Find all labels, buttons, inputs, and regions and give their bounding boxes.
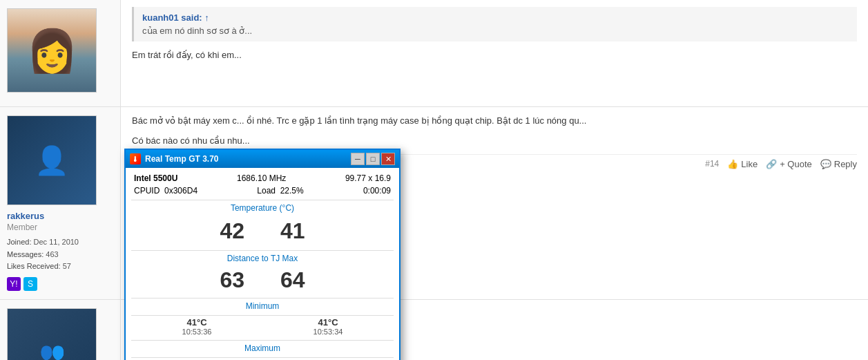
avatar-2: 👤 [7,115,97,205]
cpu-usage: 99.77 x 16.9 [345,173,391,183]
load-label: Load [257,186,276,196]
skype-icon: S [23,277,37,291]
reply-button[interactable]: 💬 Reply [820,159,857,169]
temp-value-2: 41 [269,217,316,245]
time-val: 0:00:09 [363,186,391,196]
load-info: Load 22.5% [257,186,303,196]
like-button[interactable]: 👍 Like [727,159,758,169]
minimize-button[interactable]: ─ [351,153,365,165]
min-val-2: 41°C [262,317,394,328]
dist-grid: 63 64 [131,265,394,295]
user-meta-2: Joined: Dec 11, 2010 Messages: 463 Likes… [7,236,79,273]
window-title: Real Temp GT 3.70 [145,154,218,164]
post-row-2: 👤 rakkerus Member Joined: Dec 11, 2010 M… [0,107,868,300]
quote-label: + Quote [780,159,812,169]
messages-val: 463 [46,250,58,258]
post-num-2: #14 [705,159,719,169]
quote-author-1: kuanh01 said: ↑ [142,12,849,23]
post-content-1: kuanh01 said: ↑ của em nó dinh sơ sơ à ở… [121,0,868,106]
min-val-1: 41°C [131,317,262,328]
maximize-button[interactable]: □ [366,153,380,165]
avatar-1 [7,8,97,93]
min-section-header: Minimum [131,298,394,312]
sidebar-2: 👤 rakkerus Member Joined: Dec 11, 2010 M… [0,107,121,299]
min-section: 41°C 10:53:36 41°C 10:53:34 [131,315,394,337]
min-col-1: 41°C 10:53:36 [131,316,262,337]
window-frame: 🌡 Real Temp GT 3.70 ─ □ ✕ Intel 5500U 16… [124,149,401,360]
max-section: 53°C 10:53:30 55°C 10:53:30 [131,357,394,360]
reply-icon: 💬 [820,159,831,169]
min-col-2: 41°C 10:53:34 [262,316,394,337]
username-2: rakkerus [7,211,44,221]
likes-val: 57 [63,262,71,270]
cpu-meta-row: CPUID 0x306D4 Load 22.5% 0:00:09 [131,184,394,197]
min-time-2: 10:53:34 [262,328,394,336]
min-time-1: 10:53:36 [131,328,262,336]
realtemp-window: 🌡 Real Temp GT 3.70 ─ □ ✕ Intel 5500U 16… [124,149,401,360]
post-text-2a: Bác mở vỏ bật máy xem c... ồi nhé. Trc e… [132,114,857,129]
post-text-1: Em trát rồi đấy, có khi em... [132,48,857,63]
reply-label: Reply [834,159,857,169]
load-val: 22.5% [280,186,304,196]
yahoo-icon: Y! [7,277,21,291]
user-icons-2: Y! S [7,277,37,291]
window-controls: ─ □ ✕ [351,153,395,165]
thumbs-up-icon: 👍 [727,159,738,169]
app-icon: 🌡 [130,153,141,164]
dist-value-2: 64 [269,266,316,294]
joined-label: Joined: [7,238,31,246]
avatar-3: 👥 [7,308,97,360]
likes-label: Likes Received: [7,262,61,270]
temp-value-1: 42 [209,217,255,245]
window-titlebar: 🌡 Real Temp GT 3.70 ─ □ ✕ [126,150,399,168]
post-actions-2: #14 👍 Like 🔗 + Quote 💬 Reply [705,159,857,169]
dist-value-1: 63 [209,266,255,294]
joined-val: Dec 11, 2010 [34,238,79,246]
close-button[interactable]: ✕ [381,153,395,165]
temp-section-header: Temperature (°C) [131,200,394,214]
quote-box-1: kuanh01 said: ↑ của em nó dinh sơ sơ à ở… [132,7,857,41]
quote-icon: 🔗 [766,159,777,169]
quote-content-1: của em nó dinh sơ sơ à ở... [142,26,849,36]
cpuid-val: 0x306D4 [164,186,197,196]
temp-grid: 42 41 [131,214,394,247]
window-body: Intel 5500U 1686.10 MHz 99.77 x 16.9 CPU… [126,168,399,360]
cpu-name: Intel 5500U [134,173,177,183]
user-role-2: Member [7,222,37,232]
cpuid-info: CPUID 0x306D4 [134,186,197,196]
window-title-left: 🌡 Real Temp GT 3.70 [130,153,218,164]
max-section-header: Maximum [131,340,394,354]
messages-label: Messages: [7,250,44,258]
like-label: Like [741,159,758,169]
cpu-freq: 1686.10 MHz [237,173,286,183]
quote-button[interactable]: 🔗 + Quote [766,159,812,169]
dist-section-header: Distance to TJ Max [131,250,394,265]
post-text-2b: Có bác nào có nhu cầu nhu... [132,134,857,149]
sidebar-3: 👥 [0,300,121,360]
sidebar-1 [0,0,121,106]
post-row-1: kuanh01 said: ↑ của em nó dinh sơ sơ à ở… [0,0,868,107]
cpu-info-row: Intel 5500U 1686.10 MHz 99.77 x 16.9 [131,172,394,184]
forum-container: kuanh01 said: ↑ của em nó dinh sơ sơ à ở… [0,0,868,360]
cpuid-label: CPUID [134,186,160,196]
